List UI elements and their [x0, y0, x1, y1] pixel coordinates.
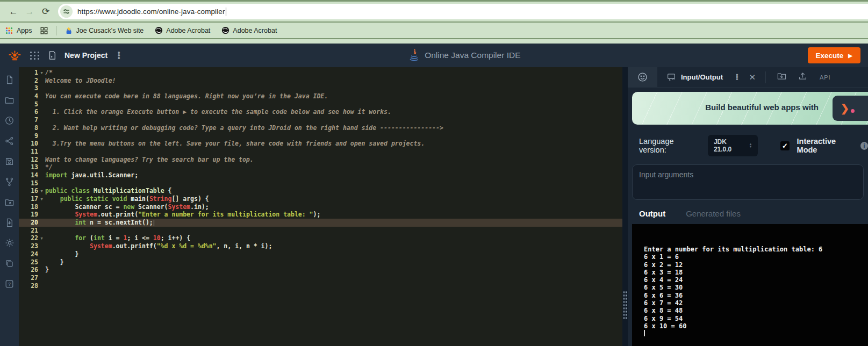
code-line-9[interactable]: 9: [19, 132, 622, 140]
forward-icon[interactable]: →: [21, 6, 38, 17]
upload-icon[interactable]: [798, 71, 808, 83]
line-number: 18: [19, 203, 38, 211]
project-menu-kebab-icon[interactable]: •••: [116, 52, 122, 60]
console-line: 6 x 6 = 36: [644, 292, 868, 299]
console-line: 6 x 3 = 18: [644, 269, 868, 276]
language-version-select[interactable]: JDK 21.0.0 ▲▼: [708, 135, 758, 156]
code-line-13[interactable]: 13*/: [19, 163, 622, 171]
code-line-6[interactable]: 6 1. Click the orange Execute button ▶ t…: [19, 108, 622, 116]
code-text: Want to change languages? Try the search…: [45, 156, 254, 164]
history-icon[interactable]: [4, 115, 15, 126]
code-editor[interactable]: 1▼/*2Welcome to JDoodle!34You can execut…: [19, 67, 622, 346]
java-logo-icon: [409, 49, 419, 62]
fold-gutter: [38, 246, 45, 247]
tab-input-output[interactable]: Input/Output: [666, 73, 723, 82]
code-line-21[interactable]: 21: [19, 227, 622, 235]
code-line-14[interactable]: 14import java.util.Scanner;: [19, 171, 622, 179]
close-panel-icon[interactable]: ✕: [749, 73, 756, 82]
code-line-23[interactable]: 23 System.out.printf("%d x %d = %d%n", n…: [19, 242, 622, 250]
promo-banner[interactable]: Build beautiful web apps with ❯: [632, 92, 868, 125]
browser-nav-row: ← → ⟳ https://www.jdoodle.com/online-jav…: [0, 2, 868, 21]
code-line-18[interactable]: 18 Scanner sc = new Scanner(System.in);: [19, 203, 622, 211]
fold-arrow-icon[interactable]: ▼: [38, 68, 45, 77]
bookmarks-bar: Apps Joe Cusack's Web site Adobe Acrobat: [0, 21, 868, 38]
code-line-27[interactable]: 27: [19, 274, 622, 282]
code-line-5[interactable]: 5: [19, 100, 622, 109]
code-line-25[interactable]: 25 }: [19, 258, 622, 266]
folder-icon[interactable]: [4, 95, 15, 105]
execute-button[interactable]: Execute ▶: [808, 47, 860, 63]
git-branch-icon[interactable]: [4, 176, 15, 187]
tab-generated-files[interactable]: Generated files: [686, 209, 741, 218]
drag-grip-icon[interactable]: [623, 291, 627, 320]
code-line-26[interactable]: 26}: [19, 266, 622, 274]
share-icon[interactable]: [4, 135, 15, 146]
new-file-icon[interactable]: [48, 51, 56, 60]
fold-gutter: [38, 159, 45, 160]
info-icon[interactable]: i: [860, 142, 868, 150]
code-line-2[interactable]: 2Welcome to JDoodle!: [19, 77, 622, 85]
console-line: 6 x 8 = 48: [644, 307, 868, 314]
output-console[interactable]: Enter a number for its multiplication ta…: [632, 224, 868, 346]
bookmark-joe-cusack[interactable]: Joe Cusack's Web site: [64, 26, 144, 35]
apps-label[interactable]: Apps: [17, 27, 32, 34]
bookmark-adobe-1[interactable]: Adobe Acrobat: [155, 26, 210, 34]
code-line-1[interactable]: 1▼/*: [19, 69, 622, 77]
console-line: 6 x 5 = 30: [644, 284, 868, 291]
io-panel-toolbar: Input/Output ••• ✕ API: [628, 67, 868, 88]
projects-grid-icon[interactable]: [30, 52, 40, 60]
bookmark-adobe-2[interactable]: Adobe Acrobat: [221, 26, 277, 34]
code-line-8[interactable]: 8 2. Want help writing or debugging code…: [19, 124, 622, 132]
apps-grid-icon[interactable]: [5, 27, 13, 34]
reload-icon[interactable]: ⟳: [38, 6, 54, 17]
code-line-16[interactable]: 16▼public class MultiplicationTable {: [19, 187, 622, 195]
open-project-icon[interactable]: [4, 197, 15, 207]
promo-brand-tile[interactable]: ❯: [833, 96, 868, 121]
code-line-3[interactable]: 3: [19, 84, 622, 92]
fold-arrow-icon[interactable]: ▼: [38, 194, 45, 204]
line-number: 25: [19, 258, 38, 266]
fold-gutter: [38, 175, 45, 176]
file-icon[interactable]: [4, 74, 15, 85]
fold-arrow-icon[interactable]: ▼: [38, 234, 45, 243]
line-number: 26: [19, 266, 38, 274]
settings-icon[interactable]: [4, 237, 15, 248]
language-version-label: Language version:: [639, 137, 700, 154]
address-bar[interactable]: https://www.jdoodle.com/online-java-comp…: [58, 4, 868, 19]
interactive-mode-checkbox[interactable]: ✓: [780, 141, 789, 150]
site-settings-icon[interactable]: [60, 5, 73, 18]
io-panel: Input/Output ••• ✕ API Build beautiful w…: [628, 67, 868, 346]
copy-icon[interactable]: [4, 258, 15, 269]
code-line-15[interactable]: 15: [19, 179, 622, 188]
code-text: */: [45, 163, 53, 171]
input-arguments-field[interactable]: [632, 164, 864, 200]
code-line-4[interactable]: 4You can execute code here in 88 languag…: [19, 92, 622, 100]
code-line-24[interactable]: 24 }: [19, 250, 622, 258]
download-file-icon[interactable]: [4, 217, 15, 228]
api-link[interactable]: API: [820, 74, 830, 81]
reading-list-grid-icon[interactable]: [40, 27, 48, 34]
io-menu-kebab-icon[interactable]: •••: [736, 74, 738, 81]
fold-gutter: [38, 151, 45, 152]
panel-resize-handle[interactable]: [622, 67, 628, 346]
tab-output[interactable]: Output: [639, 209, 665, 218]
code-line-19[interactable]: 19 System.out.print("Enter a number for …: [19, 211, 622, 219]
save-icon[interactable]: [4, 156, 15, 167]
line-number: 12: [19, 156, 38, 164]
code-line-20[interactable]: 20 int n = sc.nextInt();: [19, 219, 622, 227]
help-icon[interactable]: ?: [4, 278, 15, 289]
code-line-22[interactable]: 22▼ for (int i = 1; i <= 10; i++) {: [19, 234, 622, 242]
jdroid-tab[interactable]: [628, 67, 657, 87]
code-line-17[interactable]: 17▼ public static void main(String[] arg…: [19, 195, 622, 203]
url-text[interactable]: https://www.jdoodle.com/online-java-comp…: [77, 8, 225, 16]
code-line-12[interactable]: 12Want to change languages? Try the sear…: [19, 156, 622, 164]
back-icon[interactable]: ←: [5, 6, 21, 17]
code-line-10[interactable]: 10 3.Try the menu buttons on the left. S…: [19, 140, 622, 148]
code-line-11[interactable]: 11: [19, 148, 622, 156]
jdoodle-logo-icon[interactable]: [8, 48, 22, 63]
code-line-7[interactable]: 7: [19, 116, 622, 124]
open-folder-icon[interactable]: [777, 71, 787, 83]
code-line-28[interactable]: 28: [19, 282, 622, 290]
project-name[interactable]: New Project: [64, 51, 107, 60]
fold-gutter: [38, 262, 45, 263]
